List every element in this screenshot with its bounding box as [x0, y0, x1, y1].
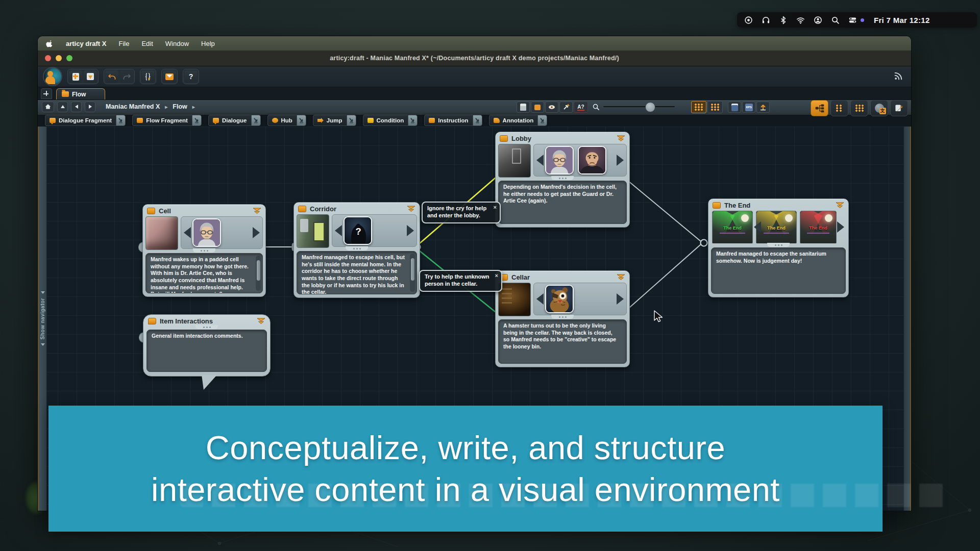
portrait-dr-artie-cee[interactable] [192, 218, 221, 247]
grid-button[interactable] [707, 101, 723, 113]
drag-handle-icon[interactable] [297, 115, 306, 126]
grid-view-button[interactable] [850, 100, 868, 116]
drag-handle-icon[interactable] [473, 115, 482, 126]
flow-node-item-interactions[interactable]: Item Interactions General item interacti… [143, 314, 271, 377]
redo-button[interactable] [120, 70, 133, 83]
carousel-left-icon[interactable] [536, 293, 544, 305]
collapse-chevron-icon[interactable] [407, 206, 415, 212]
breadcrumb-page[interactable]: Flow [173, 103, 187, 110]
record-icon[interactable] [744, 16, 753, 24]
flow-node-cell[interactable]: Cell Manfred wakes up in a padded ce [142, 204, 266, 297]
spellcheck-button[interactable]: A? [574, 102, 588, 113]
template-dialogue-fragment[interactable]: Dialogue Fragment [45, 115, 126, 126]
portrait-unknown-person[interactable] [344, 216, 372, 245]
list-view-button[interactable] [830, 100, 848, 116]
connection-label-lobby[interactable]: Ignore the cry for help and enter the lo… [422, 202, 501, 223]
resize-grip[interactable] [297, 247, 417, 251]
carousel-right-icon[interactable] [407, 225, 414, 236]
help-button[interactable]: ? [184, 70, 198, 83]
drag-handle-icon[interactable] [408, 115, 418, 126]
template-jump[interactable]: Jump [313, 115, 356, 126]
pointer-add-button[interactable] [559, 102, 573, 113]
menu-file[interactable]: File [118, 40, 129, 47]
close-icon[interactable]: × [494, 204, 497, 210]
home-button[interactable] [42, 102, 54, 112]
template-annotation[interactable]: Annotation [489, 115, 548, 126]
user-avatar-button[interactable] [43, 67, 62, 86]
stage-thumbnail[interactable] [498, 144, 531, 178]
ending-thumb-yellow[interactable]: The End [756, 211, 797, 243]
template-dialogue[interactable]: Dialogue [208, 115, 261, 126]
tab-flow[interactable]: Flow [56, 88, 105, 99]
portrait-hamster[interactable] [545, 285, 574, 313]
add-tab-button[interactable] [41, 88, 52, 99]
pdf-export-button[interactable] [728, 102, 741, 113]
up-button[interactable] [57, 102, 68, 112]
template-flow-fragment[interactable]: Flow Fragment [132, 115, 202, 126]
carousel-right-icon[interactable] [837, 221, 844, 233]
zoom-search-icon[interactable] [592, 103, 600, 111]
stage-thumbnail[interactable] [297, 214, 329, 248]
flow-node-lobby[interactable]: Lobby Depending on Ma [495, 132, 630, 228]
export-button[interactable] [756, 102, 770, 113]
flow-node-the-end[interactable]: The End The End The End [708, 198, 849, 297]
carousel-left-icon[interactable] [184, 227, 191, 238]
new-document-button[interactable] [69, 70, 82, 83]
collapse-chevron-icon[interactable] [253, 208, 261, 214]
carousel-right-icon[interactable] [253, 227, 260, 238]
portrait-guard[interactable] [578, 146, 606, 174]
ending-thumb-red[interactable]: The End [800, 211, 837, 243]
portrait-dr-artie-cee[interactable] [545, 146, 574, 174]
carousel-left-icon[interactable] [335, 225, 342, 236]
resize-grip[interactable] [498, 177, 627, 181]
template-instruction[interactable]: Instruction [424, 115, 482, 126]
carousel-right-icon[interactable] [617, 155, 624, 166]
node-description[interactable]: Manfred wakes up in a padded cell withou… [145, 253, 263, 293]
collapse-chevron-icon[interactable] [836, 202, 844, 209]
window-title-bar[interactable]: articy:draft - Maniac Manfred X* (~/Docu… [38, 51, 911, 66]
bluetooth-icon[interactable] [779, 16, 788, 24]
template-condition[interactable]: Condition [363, 115, 418, 126]
search-icon[interactable] [831, 16, 840, 24]
system-tray[interactable]: Fri 7 Mar 12:12 [737, 12, 977, 28]
scrollbar[interactable] [256, 256, 261, 291]
package-button[interactable] [531, 102, 544, 113]
resize-grip[interactable] [498, 315, 627, 319]
localization-button[interactable]: 文 [870, 100, 888, 116]
node-description[interactable]: A hamster turns out to be the only livin… [498, 319, 627, 364]
collapse-chevron-icon[interactable] [617, 274, 625, 281]
ending-thumb-green[interactable]: The End [712, 211, 753, 243]
grid-settings-button[interactable] [691, 101, 706, 113]
settings-button[interactable] [890, 100, 908, 116]
drag-handle-icon[interactable] [537, 115, 547, 126]
connection-label-cellar[interactable]: Try to help the unknown person in the ce… [419, 270, 502, 292]
app-menu-name[interactable]: articy draft X [66, 40, 106, 47]
flow-node-cellar[interactable]: Cellar A hamster turns out to be the [495, 270, 630, 367]
carousel-left-icon[interactable] [536, 155, 544, 166]
account-icon[interactable] [814, 16, 822, 24]
stage-thumbnail[interactable] [145, 216, 178, 250]
template-hub[interactable]: Hub [267, 115, 306, 126]
close-icon[interactable]: × [495, 272, 498, 279]
xps-export-button[interactable]: XPS [742, 102, 755, 113]
breadcrumb-project[interactable]: Maniac Manfred X [106, 103, 160, 110]
forward-button[interactable] [85, 102, 95, 112]
menu-bar-clock[interactable]: Fri 7 Mar 12:12 [874, 16, 930, 24]
node-description[interactable]: Manfred managed to escape his cell, but … [297, 251, 417, 294]
carousel-left-icon[interactable] [754, 221, 761, 233]
back-button[interactable] [71, 102, 82, 112]
collapse-chevron-icon[interactable] [257, 318, 265, 324]
script-braces-button[interactable] [141, 70, 155, 83]
drag-handle-icon[interactable] [192, 115, 202, 126]
menu-window[interactable]: Window [165, 40, 189, 47]
rss-icon[interactable] [894, 71, 903, 81]
wifi-icon[interactable] [796, 16, 805, 24]
undo-button[interactable] [105, 70, 118, 83]
node-description[interactable]: General item interaction comments. [146, 330, 267, 372]
menu-edit[interactable]: Edit [141, 40, 153, 47]
mail-button[interactable] [163, 70, 176, 83]
node-description[interactable]: Manfred managed to escape the sanitarium… [711, 247, 846, 294]
zoom-slider-track[interactable] [603, 106, 675, 107]
drag-handle-icon[interactable] [347, 115, 356, 126]
collapse-chevron-icon[interactable] [617, 135, 625, 142]
